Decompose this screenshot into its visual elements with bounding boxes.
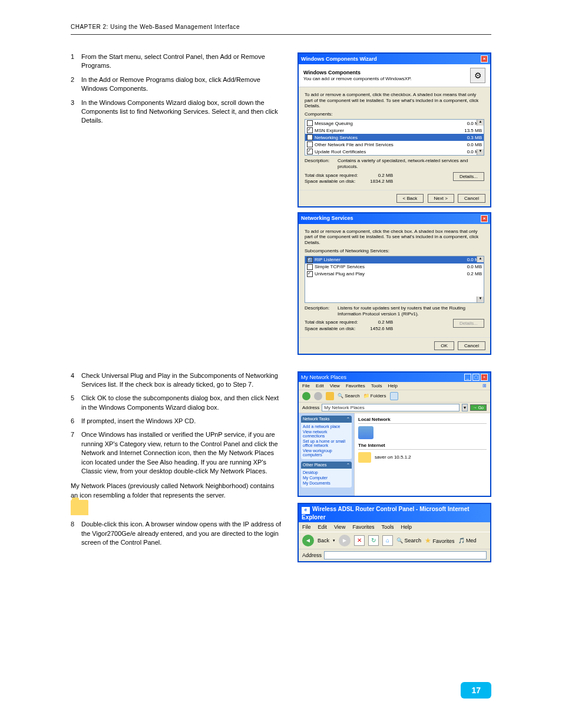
scroll-down-icon[interactable]: ▼: [477, 297, 484, 302]
internet-item[interactable]: saver on 10.5.1.2: [358, 452, 487, 463]
desc-label: Description:: [305, 158, 334, 169]
folder-illustration: [71, 500, 283, 515]
close-icon[interactable]: ×: [481, 55, 488, 62]
subcomponents-listbox[interactable]: RIP Listener0.0 MB Simple TCP/IP Service…: [305, 256, 484, 303]
dropdown-icon[interactable]: ▾: [462, 404, 468, 411]
network-device-icon: [358, 426, 373, 439]
back-button[interactable]: < Back: [396, 194, 424, 203]
sidebar-link[interactable]: My Documents: [303, 480, 350, 486]
search-button[interactable]: 🔍 Search: [396, 538, 421, 543]
sidebar-link[interactable]: Set up a home or small office network: [303, 439, 350, 448]
address-label: Address: [302, 405, 319, 410]
up-icon[interactable]: [326, 392, 334, 400]
scroll-up-icon[interactable]: ▲: [477, 256, 484, 262]
step-6: 6If prompted, insert the Windows XP CD.: [71, 417, 283, 426]
stop-icon[interactable]: ✕: [354, 535, 365, 546]
scroll-up-icon[interactable]: ▲: [477, 120, 484, 126]
ok-button[interactable]: OK: [434, 341, 454, 350]
folder-icon: [358, 452, 371, 463]
windows-flag-icon: ⊞: [482, 383, 487, 388]
group-header-internet: The Internet: [358, 443, 487, 450]
header-rule: [71, 30, 491, 35]
step-3: 3In the Windows Components Wizard dialog…: [71, 98, 283, 126]
para-intro: My Network Places (previously called Net…: [71, 482, 283, 500]
details-button: Details...: [453, 319, 484, 328]
cancel-button[interactable]: Cancel: [458, 194, 485, 203]
ie-titlebar: eWireless ADSL Router Control Panel - Mi…: [299, 504, 490, 522]
maximize-icon[interactable]: ▢: [472, 374, 480, 381]
dialog-heading: Windows Components: [303, 70, 412, 76]
cancel-button[interactable]: Cancel: [458, 341, 485, 350]
step-5: 5Click OK to close the subcomponents dia…: [71, 394, 283, 412]
other-places-header: Other Places: [303, 463, 326, 467]
network-tasks-header: Network Tasks: [303, 417, 329, 421]
step-7: 7Once Windows has installed or verified …: [71, 430, 283, 476]
next-button[interactable]: Next >: [428, 194, 454, 203]
dialog-title: Windows Components Wizard: [301, 56, 377, 62]
networking-services-dialog: Networking Services × To add or remove a…: [297, 212, 491, 355]
dialog-title: Networking Services: [301, 215, 353, 222]
ie-icon: e: [302, 507, 310, 514]
forward-icon[interactable]: ►: [339, 535, 351, 546]
step-4: 4Check Universal Plug and Play in the Su…: [71, 371, 283, 390]
collapse-icon[interactable]: ⌃: [346, 417, 350, 421]
folder-icon: [71, 500, 88, 515]
components-label: Components:: [305, 111, 484, 117]
group-header-local: Local Network: [358, 417, 487, 424]
close-icon[interactable]: ×: [481, 374, 488, 381]
details-button[interactable]: Details...: [453, 172, 484, 181]
step-2: 2In the Add or Remove Programs dialog bo…: [71, 75, 283, 94]
dialog-subheading: You can add or remove components of Wind…: [303, 76, 412, 82]
desc-label: Description:: [305, 305, 334, 317]
intro-text: To add or remove a component, click the …: [305, 229, 484, 246]
desc-text: Contains a variety of specialized, netwo…: [338, 158, 484, 169]
page-number-badge: 17: [461, 682, 491, 699]
sidebar-link[interactable]: View workgroup computers: [303, 448, 350, 457]
sidebar-link[interactable]: View network connections: [303, 429, 350, 439]
components-listbox[interactable]: Message Queuing0.0 MB MSN Explorer13.5 M…: [305, 119, 484, 156]
window-title: My Network Places: [301, 374, 346, 380]
address-field[interactable]: [324, 551, 487, 559]
back-label: Back: [318, 538, 329, 543]
forward-icon[interactable]: [314, 392, 322, 400]
explorer-window: My Network Places _ ▢ × FileEditViewFavo…: [297, 371, 491, 497]
media-button[interactable]: 🎵 Med: [458, 538, 477, 543]
network-item[interactable]: [358, 426, 487, 439]
ie-menubar[interactable]: FileEditViewFavoritesToolsHelp: [299, 522, 490, 532]
collapse-icon[interactable]: ⌃: [346, 463, 350, 467]
intro-text: To add or remove a component, click the …: [305, 92, 484, 109]
sidebar-link[interactable]: Desktop: [303, 470, 350, 475]
close-icon[interactable]: ×: [481, 215, 488, 222]
refresh-icon[interactable]: ↻: [368, 535, 379, 546]
search-button[interactable]: 🔍 Search: [338, 393, 360, 398]
menu-bar[interactable]: FileEditViewFavoritesToolsHelp ⊞: [299, 382, 490, 390]
sidebar-link[interactable]: My Computer: [303, 475, 350, 480]
address-label: Address: [302, 552, 322, 558]
minimize-icon[interactable]: _: [464, 374, 471, 381]
step-8: 8Double-click this icon. A browser windo…: [71, 520, 283, 547]
wizard-dialog: Windows Components Wizard × Windows Comp…: [297, 52, 491, 207]
home-icon[interactable]: ⌂: [382, 535, 393, 546]
favorites-button[interactable]: ★ Favorites: [425, 536, 455, 545]
page-header: CHAPTER 2: Using the Web-Based Managemen…: [71, 24, 491, 30]
views-icon[interactable]: [390, 392, 398, 400]
go-button[interactable]: → Go: [470, 404, 487, 411]
wizard-icon: ⚙: [470, 68, 485, 83]
scroll-down-icon[interactable]: ▼: [477, 149, 484, 155]
step-1: 1From the Start menu, select Control Pan…: [71, 52, 283, 71]
desc-text: Listens for route updates sent by router…: [338, 305, 484, 317]
ie-window: eWireless ADSL Router Control Panel - Mi…: [297, 503, 491, 562]
back-icon[interactable]: ◄: [302, 535, 314, 546]
subcomponents-label: Subcomponents of Networking Services:: [305, 248, 484, 254]
folders-button[interactable]: 📁 Folders: [363, 393, 386, 398]
toolbar: 🔍 Search 📁 Folders: [299, 390, 490, 403]
address-field[interactable]: My Network Places: [322, 404, 459, 411]
back-icon[interactable]: [302, 392, 310, 400]
sidebar-link[interactable]: Add a network place: [303, 424, 350, 429]
